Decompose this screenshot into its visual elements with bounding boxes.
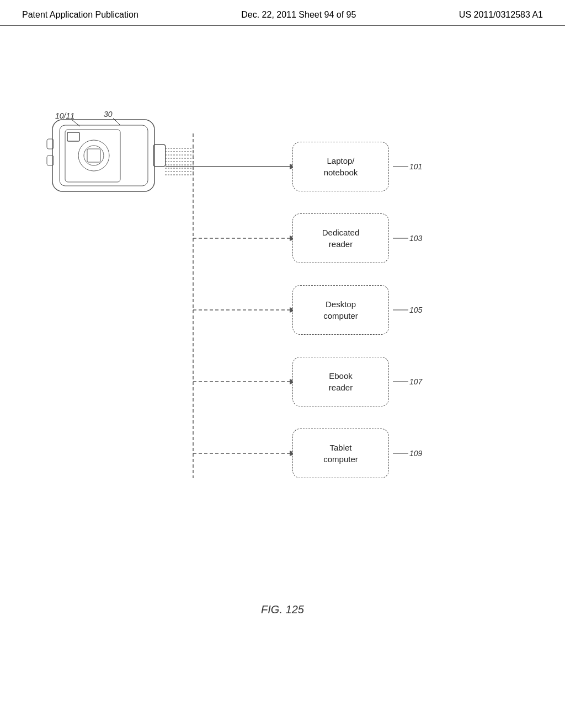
svg-line-25: [113, 118, 120, 125]
svg-rect-5: [65, 130, 120, 182]
svg-text:10/11: 10/11: [55, 111, 74, 120]
target-laptop-text: Laptop/notebook: [324, 155, 358, 178]
svg-rect-4: [153, 144, 166, 167]
svg-rect-0: [52, 120, 154, 191]
target-ebook-text: Ebookreader: [329, 370, 353, 393]
target-dedicated-reader: Dedicatedreader: [292, 213, 389, 263]
figure-label: FIG. 125: [261, 603, 304, 616]
svg-text:101: 101: [409, 162, 422, 171]
svg-rect-9: [67, 132, 79, 141]
target-desktop: Desktopcomputer: [292, 285, 389, 335]
target-tablet: Tabletcomputer: [292, 429, 389, 478]
header-right: US 2011/0312583 A1: [459, 10, 543, 20]
target-laptop: Laptop/notebook: [292, 142, 389, 191]
target-dedicated-reader-text: Dedicatedreader: [322, 227, 360, 250]
svg-text:103: 103: [409, 234, 423, 243]
diagram-area: 10/11 30 101 103 105 107 109: [0, 26, 565, 660]
svg-rect-1: [60, 125, 148, 186]
svg-point-6: [78, 140, 109, 171]
svg-text:109: 109: [409, 449, 423, 458]
diagram-svg: 10/11 30 101 103 105 107 109: [0, 26, 565, 660]
target-tablet-text: Tabletcomputer: [323, 442, 358, 465]
svg-rect-8: [87, 149, 100, 162]
svg-rect-2: [47, 139, 54, 149]
svg-text:105: 105: [409, 306, 423, 314]
header-center: Dec. 22, 2011 Sheet 94 of 95: [241, 10, 356, 20]
svg-text:107: 107: [409, 377, 423, 386]
target-desktop-text: Desktopcomputer: [323, 298, 358, 322]
svg-line-23: [72, 120, 80, 126]
page-header: Patent Application Publication Dec. 22, …: [0, 0, 565, 26]
target-ebook: Ebookreader: [292, 357, 389, 406]
svg-text:30: 30: [104, 110, 113, 119]
svg-rect-3: [47, 156, 54, 165]
header-left: Patent Application Publication: [22, 10, 138, 20]
svg-point-7: [84, 146, 104, 165]
